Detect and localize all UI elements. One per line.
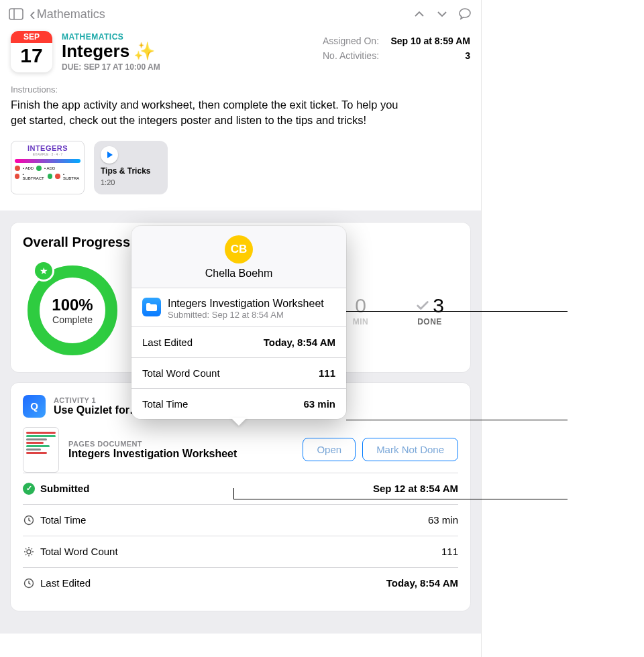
header-metadata: Assigned On: Sep 10 at 8:59 AM No. Activ… [323, 31, 470, 72]
student-name: Chella Boehm [205, 267, 273, 280]
category-label: MATHEMATICS [62, 32, 323, 42]
chat-icon[interactable] [455, 5, 474, 23]
stat-done-label: DONE [401, 317, 458, 326]
mark-not-done-button[interactable]: Mark Not Done [362, 438, 458, 461]
document-eyebrow: PAGES DOCUMENT [68, 440, 293, 448]
popover-words-label: Total Word Count [142, 367, 220, 379]
popover-time-label: Total Time [142, 398, 188, 410]
tips-duration: 1:20 [101, 178, 161, 186]
activities-value: 3 [465, 48, 470, 63]
last-edited-value: Today, 8:54 AM [386, 577, 458, 589]
document-title: Integers Investigation Worksheet [68, 448, 293, 460]
calendar-day: 17 [20, 43, 42, 68]
submitted-check-icon: ✓ [23, 483, 35, 495]
annotation-line [346, 311, 568, 312]
nav-bar: ‹ Mathematics [0, 0, 481, 28]
word-count-label: Total Word Count [40, 546, 118, 557]
sidebar-toggle-icon[interactable] [7, 5, 25, 23]
tips-title: Tips & Tricks [101, 166, 161, 176]
popover-edited-label: Last Edited [142, 337, 193, 348]
total-time-label: Total Time [40, 514, 86, 526]
attachments-row: INTEGERS EXAMPLE · 3 · 4 · 7 • ADD• ADD … [0, 129, 481, 201]
open-button[interactable]: Open [303, 438, 356, 461]
popover-file-title: Integers Investigation Worksheet [168, 298, 324, 310]
stat-done: 3 DONE [401, 294, 458, 326]
popover-file-row[interactable]: Integers Investigation Worksheet Submitt… [131, 288, 346, 326]
annotation-line [233, 488, 234, 499]
chevron-up-icon[interactable] [410, 5, 429, 23]
progress-percent: 100% [52, 296, 93, 314]
tips-attachment[interactable]: Tips & Tricks 1:20 [94, 141, 168, 194]
assigned-on-value: Sep 10 at 8:59 AM [390, 34, 470, 48]
chevron-down-icon[interactable] [433, 5, 451, 23]
gear-icon [23, 546, 35, 558]
poster-title: INTEGERS [15, 144, 80, 152]
annotation-line [346, 420, 568, 420]
play-icon [101, 146, 118, 164]
progress-ring: ★ 100% Complete [23, 261, 122, 360]
popover-file-submitted: Submitted: Sep 12 at 8:54 AM [168, 310, 324, 320]
popover-words-value: 111 [319, 367, 335, 379]
chevron-left-icon: ‹ [30, 5, 36, 23]
quizlet-app-icon: Q [23, 395, 46, 418]
word-count-value: 111 [441, 546, 458, 557]
clock-icon [23, 577, 35, 589]
back-label: Mathematics [37, 7, 105, 21]
calendar-month: SEP [11, 31, 52, 43]
instructions-text: Finish the app activity and worksheet, t… [0, 97, 423, 129]
activity-eyebrow: ACTIVITY 1 [54, 396, 140, 404]
total-time-value: 63 min [428, 514, 458, 526]
activity-title: Use Quizlet for… [54, 404, 140, 416]
stat-done-value: 3 [433, 294, 444, 317]
calendar-chip: SEP 17 [11, 31, 52, 72]
popover-time-value: 63 min [303, 398, 335, 410]
clock-icon [23, 514, 35, 526]
student-avatar: CB [225, 235, 253, 263]
assigned-on-label: Assigned On: [323, 34, 379, 48]
student-progress-popover: CB Chella Boehm Integers Investigation W… [131, 226, 346, 419]
last-edited-label: Last Edited [40, 577, 91, 589]
popover-edited-value: Today, 8:54 AM [264, 337, 335, 348]
submitted-value: Sep 12 at 8:54 AM [373, 483, 458, 494]
folder-icon [142, 298, 161, 316]
annotation-line [233, 499, 568, 499]
progress-percent-label: Complete [52, 314, 93, 325]
sparkle-icon: ✨ [133, 42, 155, 61]
svg-rect-0 [9, 9, 23, 19]
document-thumbnail[interactable] [23, 427, 59, 473]
svg-point-5 [27, 550, 31, 554]
instructions-label: Instructions: [0, 72, 481, 97]
activities-label: No. Activities: [323, 48, 379, 63]
assignment-title: Integers ✨ [62, 42, 323, 61]
assignment-header: SEP 17 MATHEMATICS Integers ✨ DUE: SEP 1… [0, 28, 481, 72]
back-button[interactable]: ‹ Mathematics [30, 5, 105, 23]
title-text: Integers [62, 42, 129, 61]
poster-attachment[interactable]: INTEGERS EXAMPLE · 3 · 4 · 7 • ADD• ADD … [11, 141, 85, 194]
due-label: DUE: SEP 17 AT 10:00 AM [62, 62, 323, 72]
submitted-label: Submitted [40, 483, 89, 494]
